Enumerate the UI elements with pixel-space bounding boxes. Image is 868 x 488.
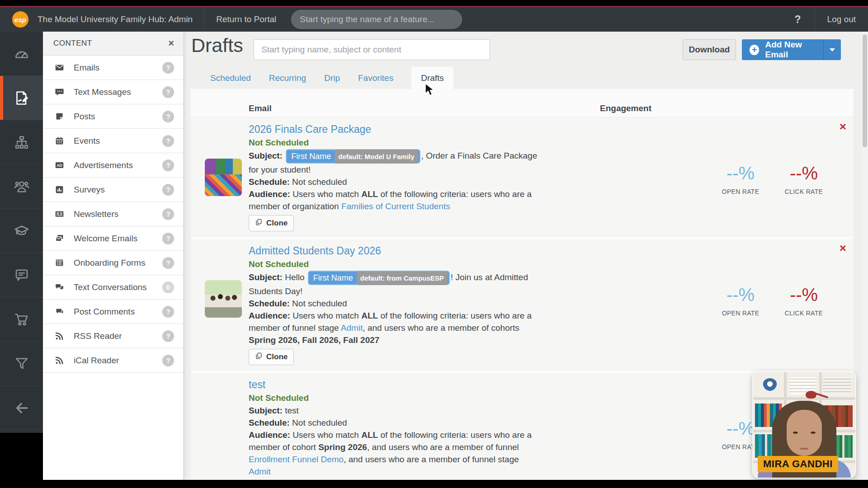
email-search-input[interactable]: [254, 39, 490, 60]
rail-item-back[interactable]: [0, 386, 43, 430]
email-title-link[interactable]: test: [249, 379, 542, 391]
help-badge[interactable]: ?: [162, 111, 174, 122]
audience-link[interactable]: Enrollment Funnel Demo: [249, 455, 344, 464]
content-sidebar: CONTENT × Emails?Text Messages?Posts?Eve…: [43, 32, 183, 480]
field-label: Audience:: [249, 430, 290, 440]
field-label: Schedule:: [249, 177, 290, 187]
add-email-dropdown-toggle[interactable]: [823, 39, 841, 60]
email-audience: Audience: Users who match ALL of the fol…: [249, 310, 542, 346]
sidebar-item-surveys[interactable]: Surveys?: [43, 178, 183, 202]
help-badge[interactable]: ?: [162, 208, 174, 220]
tab-recurring[interactable]: Recurring: [269, 73, 306, 83]
sidebar-item-posts[interactable]: Posts?: [43, 104, 183, 129]
presenter-eye: [793, 432, 798, 434]
paper-stack: [823, 376, 851, 394]
sidebar-item-label: Emails: [74, 63, 99, 73]
merge-tag-chip[interactable]: First Namedefault: Model U Family: [286, 149, 420, 164]
help-badge[interactable]: ?: [162, 160, 174, 171]
scrollbar-thumb[interactable]: [863, 34, 867, 147]
help-badge[interactable]: ?: [162, 86, 174, 98]
help-badge[interactable]: ?: [162, 184, 174, 196]
rail-item-users[interactable]: [0, 164, 43, 209]
email-tabs: ScheduledRecurringDripFavoritesDrafts: [210, 67, 453, 89]
campusesp-logo[interactable]: esp: [12, 11, 28, 28]
bottom-black-bar: [0, 480, 868, 488]
merge-tag-field: First Name: [313, 272, 353, 284]
clone-button[interactable]: Clone: [249, 215, 294, 231]
tab-drip[interactable]: Drip: [324, 73, 340, 83]
gauge-icon: [14, 46, 30, 62]
sidebar-item-label: Text Conversations: [74, 282, 147, 292]
page-scrollbar[interactable]: [862, 32, 868, 480]
sidebar-item-advertisements[interactable]: ADAdvertisements?: [43, 153, 183, 178]
audience-link[interactable]: Families of Current Students: [341, 202, 450, 211]
add-new-email-button[interactable]: + Add New Email: [742, 39, 841, 60]
shelf-divider: [753, 397, 855, 400]
count-badge[interactable]: 0: [162, 282, 174, 293]
email-title-link[interactable]: Admitted Students Day 2026: [249, 245, 542, 257]
delete-row-button[interactable]: ×: [840, 121, 846, 132]
rail-item-dashboard[interactable]: [0, 32, 43, 76]
help-badge[interactable]: ?: [162, 355, 174, 366]
users-icon: [14, 178, 30, 195]
help-badge[interactable]: ?: [162, 233, 174, 244]
app-title: The Model University Family Hub: Admin: [38, 14, 193, 24]
clone-button[interactable]: Clone: [249, 349, 294, 365]
sidebar-item-label: RSS Reader: [74, 331, 122, 341]
merge-tag-chip[interactable]: First Namedefault: from CampusESP: [308, 271, 450, 285]
sidebar-item-text-messages[interactable]: Text Messages?: [43, 80, 183, 104]
rail-item-academics[interactable]: [0, 209, 43, 253]
sidebar-item-label: Newsletters: [74, 209, 118, 219]
decor-bowl: [762, 378, 778, 393]
sidebar-item-welcome-emails[interactable]: Welcome Emails?: [43, 226, 183, 251]
sidebar-item-events[interactable]: Events?: [43, 129, 183, 153]
rss-icon: [55, 331, 64, 341]
copy-icon: [255, 218, 266, 228]
tab-favorites[interactable]: Favorites: [358, 73, 393, 83]
help-badge[interactable]: ?: [162, 135, 174, 147]
sidebar-item-label: Text Messages: [74, 87, 131, 97]
sidebar-item-rss-reader[interactable]: RSS Reader?: [43, 324, 183, 348]
help-badge[interactable]: ?: [162, 306, 174, 318]
help-badge[interactable]: ?: [162, 62, 174, 74]
email-details: Admitted Students Day 2026Not ScheduledS…: [249, 239, 542, 370]
click-rate-label: CLICK RATE: [772, 188, 835, 195]
feature-search-input[interactable]: [299, 14, 454, 25]
navbar-right: ? Log out: [781, 7, 868, 32]
sidebar-item-text-conversations[interactable]: Text Conversations0: [43, 275, 183, 300]
sidebar-item-post-comments[interactable]: Post Comments?: [43, 300, 183, 324]
return-to-portal-link[interactable]: Return to Portal: [204, 7, 288, 32]
conversations-icon: [55, 282, 64, 292]
tab-scheduled[interactable]: Scheduled: [210, 73, 251, 83]
audience-link[interactable]: Admit: [249, 467, 271, 476]
close-icon[interactable]: ×: [168, 38, 174, 48]
rail-item-organizations[interactable]: [0, 120, 43, 164]
email-status: Not Scheduled: [249, 259, 542, 269]
audience-link[interactable]: Admit: [341, 323, 363, 333]
sidebar-item-newsletters[interactable]: Newsletters?: [43, 202, 183, 226]
icon-rail: [0, 32, 43, 433]
click-rate-value: --%: [772, 163, 835, 183]
help-icon[interactable]: ?: [781, 14, 815, 26]
bold-text: ALL: [361, 430, 378, 440]
presenter-eye: [811, 432, 816, 434]
help-badge[interactable]: ?: [162, 257, 174, 269]
sidebar-item-onboarding-forms[interactable]: Onboarding Forms?: [43, 251, 183, 275]
logout-button[interactable]: Log out: [815, 7, 868, 32]
sidebar-item-emails[interactable]: Emails?: [43, 56, 183, 80]
sidebar-item-label: Welcome Emails: [74, 234, 137, 244]
clone-label: Clone: [266, 352, 288, 361]
rail-item-commerce[interactable]: [0, 297, 43, 342]
funnel-icon: [14, 356, 30, 372]
rail-item-funnels[interactable]: [0, 342, 43, 386]
help-badge[interactable]: ?: [162, 330, 174, 342]
arrow-left-icon: [14, 400, 30, 416]
delete-row-button[interactable]: ×: [840, 242, 846, 254]
sidebar-item-ical-reader[interactable]: iCal Reader?: [43, 348, 183, 373]
comments-icon: [55, 307, 64, 316]
text-segment: Hello: [285, 272, 307, 282]
download-button[interactable]: Download: [683, 39, 736, 60]
rail-item-feedback[interactable]: [0, 253, 43, 297]
email-title-link[interactable]: 2026 Finals Care Package: [249, 123, 542, 136]
rail-item-content[interactable]: [0, 76, 43, 120]
